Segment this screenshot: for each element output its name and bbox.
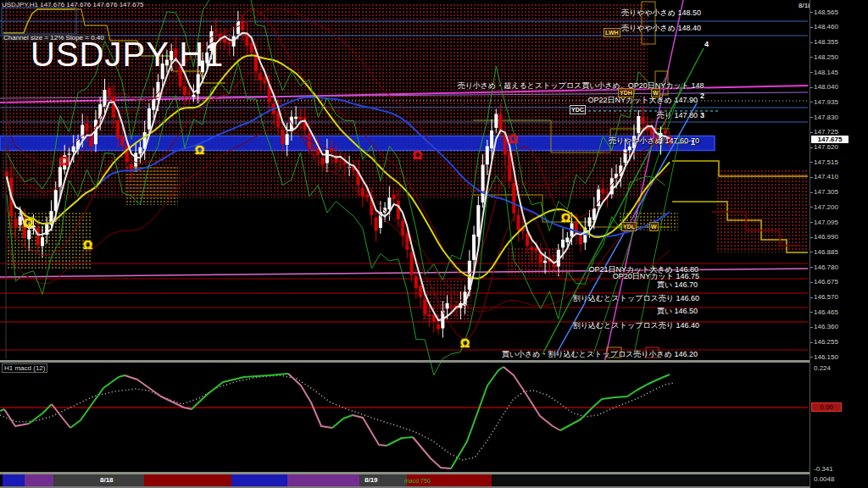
- candle-body: [637, 116, 640, 133]
- candle-body: [5, 172, 8, 177]
- candle-body: [375, 218, 378, 231]
- indicator-axis-label: 0.0048: [814, 475, 834, 483]
- candle-body: [387, 197, 391, 209]
- candle-body: [450, 306, 453, 307]
- level-tag-ydh: YDH: [618, 88, 634, 97]
- macd-signal-line: [0, 375, 674, 460]
- level-tag-lwh: LWH: [604, 28, 620, 37]
- axis-tick-dash: [810, 12, 813, 13]
- price-axis-label: 148.145: [814, 69, 838, 76]
- omega-signal-mark: Ω: [413, 149, 422, 161]
- candle-body: [437, 324, 440, 330]
- macd-main-line: [413, 437, 451, 469]
- candle-body: [499, 114, 503, 130]
- sequence-marker: 1: [691, 138, 695, 147]
- macd-main-line: [192, 374, 288, 409]
- macd-zero-value-box: 0.00: [811, 402, 842, 412]
- candle-body: [410, 252, 414, 275]
- price-axis-label: 146.780: [814, 263, 838, 271]
- level-tag-ydc: YDC: [570, 105, 586, 114]
- axis-tick-dash: [810, 102, 813, 103]
- annotation-label: 買い小さめ・割り込むとストップロス売り小さめ 146.20: [502, 349, 698, 360]
- price-axis-label: 147.620: [814, 143, 838, 151]
- annotation-label: 割り込むとストップロス売り 146.60: [573, 293, 699, 304]
- candle-body: [601, 189, 604, 193]
- candle-body: [624, 149, 627, 163]
- session-date-label: 8/18: [100, 476, 114, 484]
- omega-signal-mark: Ω: [509, 133, 518, 145]
- candle-body: [236, 21, 240, 34]
- axis-tick-dash: [810, 57, 813, 58]
- candle-body: [526, 233, 529, 246]
- annotation-label: 売り小さめ・超えるとストップロス買い小さめ。OP20日NYカット 148.: [458, 80, 706, 92]
- candle-body: [579, 236, 582, 245]
- candle-body: [628, 147, 632, 150]
- macd-indicator-label: H1 macd (12): [2, 363, 47, 373]
- sequence-marker: 2: [700, 92, 704, 100]
- candle-body: [147, 108, 151, 130]
- price-axis-label: 146.360: [814, 323, 838, 330]
- sequence-marker: 3: [700, 111, 704, 119]
- price-axis[interactable]: 148.565148.460148.355148.250148.145148.0…: [810, 0, 868, 488]
- price-axis-label: 147.725: [814, 128, 838, 136]
- candle-body: [539, 253, 542, 263]
- annotation-label: 売りやや小さめ 148.40: [621, 23, 701, 34]
- candle-body: [428, 314, 431, 317]
- omega-signal-mark: Ω: [460, 337, 470, 349]
- candle-body: [108, 88, 111, 97]
- axis-tick-dash: [810, 207, 813, 208]
- candle-body: [298, 117, 302, 119]
- session-segment: [144, 474, 231, 486]
- macd-main-line: [387, 437, 413, 446]
- axis-tick-dash: [810, 117, 813, 118]
- candle-body: [508, 152, 511, 181]
- price-axis-label: 146.990: [814, 233, 838, 241]
- price-axis-label: 147.305: [814, 188, 838, 196]
- axis-tick-dash: [810, 267, 813, 268]
- panel-separator[interactable]: [0, 360, 868, 363]
- candle-body: [321, 158, 325, 164]
- candle-body: [14, 219, 17, 228]
- axis-tick-dash: [810, 252, 813, 252]
- candle-body: [326, 150, 329, 164]
- macd-main-line: [125, 375, 192, 409]
- candle-body: [472, 235, 476, 260]
- candle-body: [588, 217, 592, 226]
- candle-body: [415, 276, 418, 288]
- price-axis-label: 148.460: [814, 23, 838, 30]
- candle-body: [187, 93, 191, 95]
- candle-body: [192, 95, 195, 97]
- candle-body: [642, 118, 645, 124]
- candle-body: [214, 30, 218, 30]
- candle-body: [250, 43, 253, 53]
- level-tag-ydl: YDL: [621, 222, 637, 231]
- candle-body: [130, 164, 133, 169]
- candle-body: [565, 237, 569, 242]
- price-axis-label: 147.410: [814, 173, 838, 180]
- axis-tick-dash: [810, 237, 813, 238]
- indicator-axis-label: 0.224: [814, 364, 831, 372]
- macd-main-line: [353, 415, 387, 446]
- candle-body: [494, 114, 498, 128]
- candle-body: [41, 237, 44, 246]
- macd-main-line: [288, 374, 332, 428]
- fast-ma-line: [7, 33, 670, 320]
- indicator-axis-label: -0.341: [814, 465, 833, 473]
- candle-body: [58, 167, 62, 187]
- omega-signal-mark: Ω: [195, 144, 204, 156]
- price-axis-label: 148.040: [814, 83, 838, 91]
- candle-body: [72, 147, 75, 152]
- candle-body: [281, 130, 284, 144]
- axis-tick-dash: [810, 192, 813, 193]
- price-axis-label: 147.830: [814, 114, 838, 121]
- candle-body: [486, 147, 489, 165]
- candle-body: [476, 205, 480, 236]
- candle-body: [286, 134, 289, 145]
- candle-body: [227, 42, 231, 44]
- candle-body: [490, 130, 493, 148]
- candle-body: [312, 149, 315, 150]
- omega-signal-mark: Ω: [24, 217, 33, 229]
- axis-tick-dash: [810, 162, 813, 163]
- level-tag-w: W: [651, 88, 660, 97]
- axis-tick-dash: [810, 327, 813, 328]
